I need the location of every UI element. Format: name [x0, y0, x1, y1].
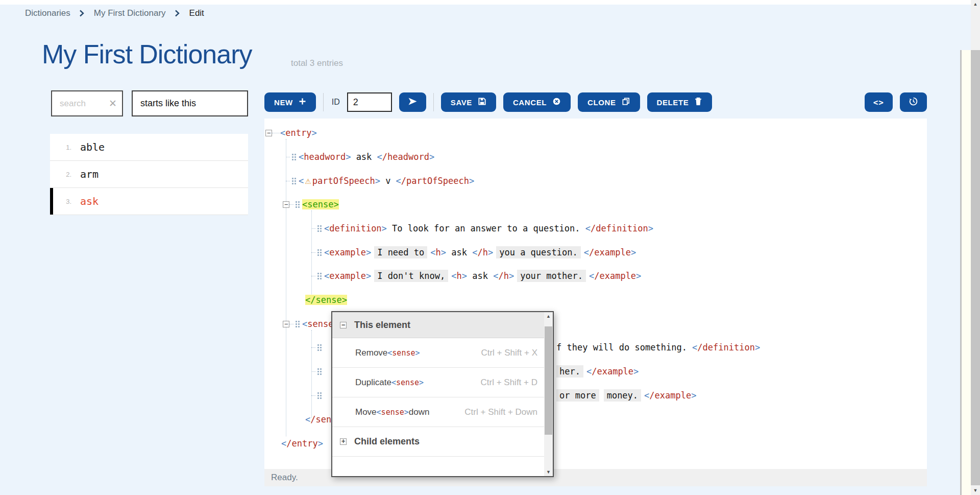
opening-tag-example[interactable]: <example> — [324, 271, 371, 281]
xml-text-chunk[interactable]: her. — [556, 365, 583, 378]
code-icon: <> — [873, 98, 884, 107]
closing-tag-definition[interactable]: </definition> — [585, 223, 653, 233]
entry-id-input[interactable] — [347, 92, 392, 112]
closing-tag-definition[interactable]: </definition> — [692, 342, 760, 352]
scrollbar-thumb[interactable] — [545, 326, 552, 435]
closing-tag-sense[interactable]: </sense> — [305, 414, 331, 425]
closing-tag-example[interactable]: </example> — [589, 271, 641, 281]
entry-list-item[interactable]: 3.ask — [50, 188, 248, 215]
closing-tag-example[interactable]: </example> — [644, 390, 696, 400]
drag-handle-icon[interactable] — [317, 273, 322, 279]
entry-list-item[interactable]: 1.able — [50, 134, 248, 161]
collapse-toggle-icon[interactable]: − — [340, 322, 347, 328]
opening-tag-sense[interactable]: <sense> — [302, 199, 339, 209]
breadcrumb-dictionary-name[interactable]: My First Dictionary — [94, 8, 166, 18]
drag-handle-icon[interactable] — [317, 368, 322, 375]
drag-handle-icon[interactable] — [292, 154, 296, 160]
breadcrumb-edit: Edit — [189, 8, 204, 18]
xml-text-value[interactable]: ask — [446, 247, 472, 257]
xml-text-value[interactable]: ask — [351, 152, 377, 162]
delete-button[interactable]: DELETE — [647, 92, 713, 112]
xml-text-chunk[interactable]: you a question. — [496, 246, 581, 258]
go-to-id-button[interactable] — [399, 92, 426, 112]
xml-row: f they will do something. </definition> — [556, 341, 760, 353]
search-mode-select[interactable]: starts like this — [132, 90, 248, 116]
xml-text-value[interactable]: f they will do something. — [556, 342, 692, 352]
drag-handle-icon[interactable] — [317, 344, 322, 351]
tree-connector — [286, 157, 290, 157]
xml-row: <⚠partOfSpeech> v </partOfSpeech> — [286, 175, 474, 187]
drag-handle-icon[interactable] — [317, 392, 322, 399]
xml-text-chunk[interactable]: I don't know, — [374, 270, 448, 282]
closing-tag-example[interactable]: </example> — [584, 247, 636, 257]
menu-scrollbar[interactable]: ▲ ▼ — [544, 312, 553, 476]
menu-section-child-elements[interactable]: +Child elements — [332, 427, 544, 457]
source-code-button[interactable]: <> — [865, 92, 893, 112]
closing-tag-partOfSpeech[interactable]: </partOfSpeech> — [396, 176, 475, 186]
opening-tag-example[interactable]: <example> — [324, 247, 371, 257]
toolbar: NEW ID SAVE CANCEL CLONE DELETE <> — [264, 92, 927, 112]
xml-text-chunk[interactable]: money. — [604, 389, 641, 402]
menu-item-label: Duplicate — [355, 378, 391, 388]
opening-tag-entry[interactable]: <entry> — [280, 128, 317, 138]
closing-tag-h[interactable]: </h> — [493, 271, 514, 281]
collapse-toggle-icon[interactable]: − — [265, 130, 272, 136]
scroll-down-icon[interactable]: ▼ — [544, 468, 553, 476]
chevron-right-icon — [175, 10, 181, 17]
entry-number: 3. — [50, 198, 71, 205]
collapse-toggle-icon[interactable]: − — [283, 201, 289, 208]
plus-icon — [299, 98, 306, 107]
closing-tag-sense[interactable]: </sense> — [305, 295, 347, 305]
drag-handle-icon[interactable] — [292, 178, 296, 184]
floppy-disk-icon — [478, 97, 486, 107]
breadcrumb-dictionaries[interactable]: Dictionaries — [25, 8, 70, 18]
save-button[interactable]: SAVE — [441, 92, 496, 112]
closing-tag-entry[interactable]: </entry> — [281, 438, 323, 449]
scroll-up-icon[interactable]: ▲ — [544, 312, 553, 320]
xml-text-chunk[interactable]: or more — [556, 389, 599, 402]
opening-tag-sense[interactable]: <sense> — [302, 319, 332, 329]
menu-item[interactable]: Move <sense> downCtrl + Shift + Down — [332, 397, 544, 427]
drag-handle-icon[interactable] — [296, 321, 300, 327]
opening-tag-sense[interactable]: <sense> — [377, 408, 409, 417]
closing-tag-headword[interactable]: </headword> — [377, 152, 435, 162]
xml-row: <headword> ask </headword> — [286, 151, 434, 163]
page-scrollbar[interactable]: ▲ ▼ — [971, 0, 980, 495]
entry-list-item[interactable]: 2.arm — [50, 161, 248, 188]
send-arrow-icon — [408, 97, 418, 107]
opening-tag-sense[interactable]: <sense> — [391, 378, 424, 387]
keyboard-shortcut: Ctrl + Shift + D — [481, 378, 537, 388]
opening-tag-headword[interactable]: <headword> — [299, 152, 351, 162]
clone-button[interactable]: CLONE — [578, 92, 640, 112]
history-button[interactable] — [900, 92, 927, 112]
new-entry-button[interactable]: NEW — [264, 92, 316, 112]
entry-list: 1.able2.arm3.ask — [50, 134, 248, 215]
collapse-toggle-icon[interactable]: − — [283, 321, 289, 327]
drag-handle-icon[interactable] — [317, 249, 322, 256]
breadcrumb: Dictionaries My First Dictionary Edit — [25, 8, 204, 18]
menu-item[interactable]: Duplicate <sense>Ctrl + Shift + D — [332, 368, 544, 397]
opening-tag-sense[interactable]: <sense> — [387, 348, 420, 358]
xml-text-chunk[interactable]: your mother. — [517, 270, 586, 282]
opening-tag-h[interactable]: <h> — [430, 247, 446, 257]
xml-text-value[interactable]: ask — [467, 271, 493, 281]
search-input[interactable] — [59, 98, 108, 109]
scroll-up-icon[interactable]: ▲ — [971, 0, 980, 9]
xml-text-chunk[interactable]: I need to — [374, 246, 427, 258]
scroll-down-icon[interactable]: ▼ — [971, 486, 980, 495]
menu-item[interactable]: Remove <sense>Ctrl + Shift + X — [332, 338, 544, 368]
opening-tag-h[interactable]: <h> — [451, 271, 467, 281]
cancel-button[interactable]: CANCEL — [503, 92, 571, 112]
closing-tag-h[interactable]: </h> — [472, 247, 493, 257]
clear-search-icon[interactable]: ✕ — [109, 98, 117, 109]
opening-tag-definition[interactable]: <definition> — [324, 223, 387, 233]
xml-text-value[interactable]: v — [380, 176, 396, 186]
scrollbar-thumb[interactable] — [971, 50, 980, 485]
menu-section-this-element[interactable]: −This element — [332, 312, 544, 338]
closing-tag-example[interactable]: </example> — [586, 366, 639, 376]
opening-tag-partOfSpeech[interactable]: <⚠partOfSpeech> — [299, 176, 380, 186]
expand-toggle-icon[interactable]: + — [340, 438, 347, 445]
drag-handle-icon[interactable] — [296, 201, 300, 208]
xml-text-value[interactable]: To look for an answer to a question. — [387, 223, 585, 233]
drag-handle-icon[interactable] — [317, 225, 322, 232]
